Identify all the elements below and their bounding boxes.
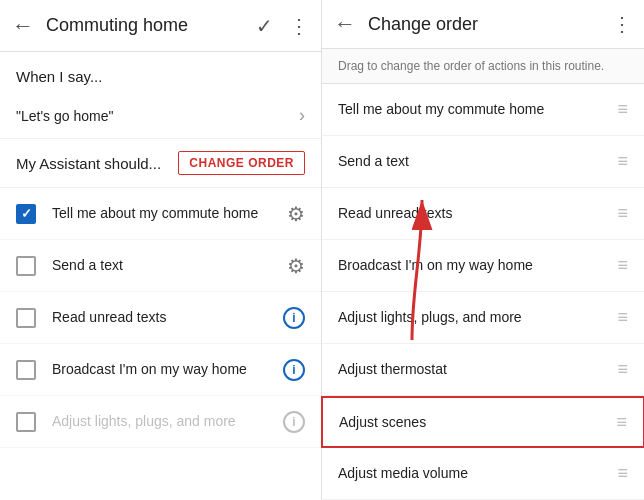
order-item-scenes[interactable]: Adjust scenes ≡ bbox=[321, 396, 644, 448]
info-icon-read-texts[interactable]: i bbox=[283, 307, 305, 329]
action-row-tell-commute: Tell me about my commute home ⚙ bbox=[0, 188, 321, 240]
back-icon-left[interactable]: ← bbox=[12, 13, 34, 39]
more-icon-left[interactable]: ⋮ bbox=[289, 14, 309, 38]
action-label-tell-commute: Tell me about my commute home bbox=[52, 204, 279, 222]
action-row-broadcast: Broadcast I'm on my way home i bbox=[0, 344, 321, 396]
checkbox-tell-commute[interactable] bbox=[16, 204, 36, 224]
left-title: Commuting home bbox=[46, 15, 256, 36]
action-label-read-texts: Read unread texts bbox=[52, 308, 275, 326]
check-icon[interactable]: ✓ bbox=[256, 14, 273, 38]
more-icon-right[interactable]: ⋮ bbox=[612, 12, 632, 36]
order-label-media: Adjust media volume bbox=[338, 464, 609, 482]
order-label-tell-commute: Tell me about my commute home bbox=[338, 100, 609, 118]
right-header: ← Change order ⋮ bbox=[322, 0, 644, 49]
order-label-thermostat: Adjust thermostat bbox=[338, 360, 609, 378]
change-order-button[interactable]: CHANGE ORDER bbox=[178, 151, 305, 175]
order-item-broadcast[interactable]: Broadcast I'm on my way home ≡ bbox=[322, 240, 644, 292]
checkbox-read-texts[interactable] bbox=[16, 308, 36, 328]
right-panel: ← Change order ⋮ Drag to change the orde… bbox=[322, 0, 644, 500]
order-label-send-text: Send a text bbox=[338, 152, 609, 170]
trigger-row[interactable]: "Let's go home" › bbox=[0, 93, 321, 139]
drag-handle-lights[interactable]: ≡ bbox=[617, 307, 628, 328]
order-item-thermostat[interactable]: Adjust thermostat ≡ bbox=[322, 344, 644, 396]
order-label-broadcast: Broadcast I'm on my way home bbox=[338, 256, 609, 274]
checkbox-send-text[interactable] bbox=[16, 256, 36, 276]
drag-handle-tell-commute[interactable]: ≡ bbox=[617, 99, 628, 120]
right-title: Change order bbox=[368, 14, 612, 35]
left-header: ← Commuting home ✓ ⋮ bbox=[0, 0, 321, 52]
order-item-media[interactable]: Adjust media volume ≡ bbox=[322, 448, 644, 500]
back-icon-right[interactable]: ← bbox=[334, 11, 356, 37]
gear-icon-send-text[interactable]: ⚙ bbox=[287, 254, 305, 278]
gear-icon-tell-commute[interactable]: ⚙ bbox=[287, 202, 305, 226]
action-label-broadcast: Broadcast I'm on my way home bbox=[52, 360, 275, 378]
action-row-read-texts: Read unread texts i bbox=[0, 292, 321, 344]
action-row-lights: Adjust lights, plugs, and more i bbox=[0, 396, 321, 448]
drag-handle-read-texts[interactable]: ≡ bbox=[617, 203, 628, 224]
order-item-tell-commute[interactable]: Tell me about my commute home ≡ bbox=[322, 84, 644, 136]
order-item-lights[interactable]: Adjust lights, plugs, and more ≡ bbox=[322, 292, 644, 344]
assistant-label: My Assistant should... bbox=[16, 155, 178, 172]
assistant-header: My Assistant should... CHANGE ORDER bbox=[0, 139, 321, 188]
drag-hint: Drag to change the order of actions in t… bbox=[322, 49, 644, 84]
order-item-read-texts[interactable]: Read unread texts ≡ bbox=[322, 188, 644, 240]
order-label-read-texts: Read unread texts bbox=[338, 204, 609, 222]
action-row-send-text: Send a text ⚙ bbox=[0, 240, 321, 292]
action-label-send-text: Send a text bbox=[52, 256, 279, 274]
drag-handle-scenes[interactable]: ≡ bbox=[616, 412, 627, 433]
drag-handle-media[interactable]: ≡ bbox=[617, 463, 628, 484]
checkbox-lights[interactable] bbox=[16, 412, 36, 432]
trigger-text: "Let's go home" bbox=[16, 108, 299, 124]
drag-handle-thermostat[interactable]: ≡ bbox=[617, 359, 628, 380]
order-label-lights: Adjust lights, plugs, and more bbox=[338, 308, 609, 326]
left-panel: ← Commuting home ✓ ⋮ When I say... "Let'… bbox=[0, 0, 322, 500]
order-item-send-text[interactable]: Send a text ≡ bbox=[322, 136, 644, 188]
checkbox-broadcast[interactable] bbox=[16, 360, 36, 380]
when-label: When I say... bbox=[0, 52, 321, 93]
action-label-lights: Adjust lights, plugs, and more bbox=[52, 412, 275, 430]
drag-handle-send-text[interactable]: ≡ bbox=[617, 151, 628, 172]
chevron-icon: › bbox=[299, 105, 305, 126]
info-icon-lights[interactable]: i bbox=[283, 411, 305, 433]
order-label-scenes: Adjust scenes bbox=[339, 413, 608, 431]
info-icon-broadcast[interactable]: i bbox=[283, 359, 305, 381]
drag-handle-broadcast[interactable]: ≡ bbox=[617, 255, 628, 276]
